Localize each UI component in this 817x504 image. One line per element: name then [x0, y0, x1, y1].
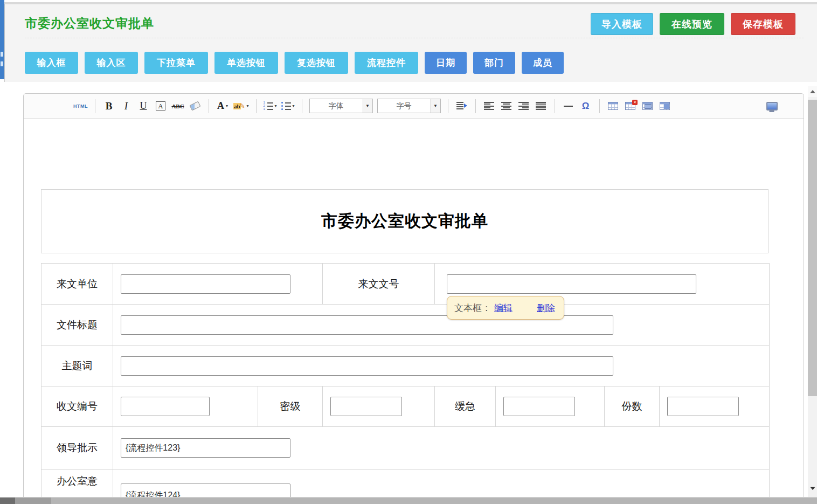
ordered-list-icon[interactable]: 1 2 3 ▾ — [264, 99, 277, 114]
horizontal-scrollbar-thumb[interactable] — [15, 498, 51, 504]
scroll-down-button[interactable] — [808, 483, 817, 494]
table-row: 领导批示 — [41, 427, 770, 470]
toolbar-separator — [555, 99, 555, 113]
cell-keywords — [113, 346, 769, 386]
label-copies: 份数 — [605, 386, 660, 426]
char-border-icon[interactable]: A — [154, 99, 167, 114]
align-justify-icon[interactable] — [535, 99, 548, 114]
leader-note-input[interactable] — [121, 438, 290, 458]
toolbar-separator — [209, 99, 209, 113]
fullscreen-monitor-icon[interactable] — [765, 99, 778, 114]
cell-urgency — [496, 386, 605, 426]
widget-input-box-button[interactable]: 输入框 — [25, 52, 78, 74]
toolbar-separator — [448, 99, 448, 113]
keywords-input[interactable] — [121, 356, 613, 376]
richtext-editor-panel: HTML B I U A ABC A▾ ab✎▾ 1 2 3 ▾ ▾ 字体▼ 字… — [23, 93, 804, 504]
align-right-icon[interactable] — [517, 99, 530, 114]
delete-table-icon[interactable] — [624, 99, 637, 114]
urgency-input[interactable] — [503, 397, 575, 416]
font-size-select[interactable]: 字号▼ — [377, 99, 441, 113]
chevron-down-icon[interactable]: ▼ — [431, 99, 440, 113]
widget-buttons-row: 输入框 输入区 下拉菜单 单选按钮 复选按钮 流程控件 日期 部门 成员 — [25, 52, 564, 74]
special-character-icon[interactable]: Ω — [579, 99, 592, 114]
insert-table-icon[interactable] — [607, 99, 620, 114]
table-row: 收文编号 密级 缓急 份数 — [41, 386, 770, 427]
page-title: 市委办公室收文审批单 — [25, 15, 154, 32]
table-row: 主题词 — [41, 346, 770, 386]
horizontal-rule-icon[interactable] — [562, 99, 575, 114]
cell-receipt-no — [113, 386, 258, 426]
align-left-icon[interactable] — [483, 99, 496, 114]
widget-department-button[interactable]: 部门 — [473, 52, 515, 74]
online-preview-button[interactable]: 在线预览 — [660, 13, 724, 35]
table-row: 来文单位 来文文号 — [41, 264, 770, 305]
editor-content-area[interactable]: 市委办公室收文审批单 来文单位 来文文号 文件标题 主题词 — [24, 119, 804, 504]
cell-secrecy — [323, 386, 435, 426]
label-doc-title: 文件标题 — [41, 305, 113, 345]
indent-icon[interactable] — [455, 99, 468, 114]
form-table: 来文单位 来文文号 文件标题 主题词 — [41, 263, 770, 504]
unordered-list-icon[interactable]: ▾ — [281, 99, 295, 114]
scroll-up-button[interactable] — [808, 86, 817, 97]
horizontal-scrollbar[interactable] — [0, 497, 817, 504]
label-receipt-no: 收文编号 — [41, 386, 113, 426]
label-keywords: 主题词 — [41, 346, 113, 386]
label-source-no: 来文文号 — [323, 264, 435, 304]
horizontal-scroll-left-button[interactable] — [0, 498, 15, 504]
form-title-cell: 市委办公室收文审批单 — [41, 189, 768, 253]
copies-input[interactable] — [667, 397, 739, 416]
chevron-down-icon[interactable]: ▼ — [363, 99, 372, 113]
italic-icon[interactable]: I — [120, 99, 133, 114]
tooltip-delete-link[interactable]: 删除 — [537, 302, 555, 314]
text-color-icon[interactable]: A▾ — [216, 99, 229, 114]
remove-format-eraser-icon[interactable] — [189, 99, 202, 114]
toolbar-separator — [95, 99, 95, 113]
toolbar-separator — [475, 99, 476, 113]
secrecy-input[interactable] — [330, 397, 402, 416]
table-row: 文件标题 — [41, 305, 770, 346]
label-source-unit: 来文单位 — [41, 264, 113, 304]
receipt-no-input[interactable] — [121, 397, 210, 416]
cell-properties-icon[interactable] — [659, 99, 671, 114]
vertical-scrollbar[interactable] — [808, 86, 817, 497]
label-leader-note: 领导批示 — [41, 427, 113, 469]
tooltip-type-label: 文本框： — [454, 302, 491, 314]
underline-icon[interactable]: U — [137, 99, 150, 114]
source-unit-input[interactable] — [121, 274, 290, 294]
widget-date-button[interactable]: 日期 — [425, 52, 467, 74]
toolbar-separator — [302, 99, 302, 113]
cell-copies — [660, 386, 769, 426]
collapsed-sidebar-edge[interactable] — [0, 0, 4, 79]
label-secrecy: 密级 — [258, 386, 323, 426]
bold-icon[interactable]: B — [102, 99, 115, 114]
widget-dropdown-button[interactable]: 下拉菜单 — [144, 52, 208, 74]
header-divider — [25, 38, 804, 38]
header-actions: 导入模板 在线预览 保存模板 — [591, 13, 795, 35]
form-title: 市委办公室收文审批单 — [321, 210, 488, 232]
strikethrough-icon[interactable]: ABC — [171, 99, 184, 114]
save-template-button[interactable]: 保存模板 — [731, 13, 795, 35]
cell-doc-title — [113, 305, 769, 345]
html-source-icon[interactable]: HTML — [73, 99, 88, 114]
toolbar-separator — [256, 99, 257, 113]
cell-source-unit — [113, 264, 323, 304]
widget-textarea-button[interactable]: 输入区 — [85, 52, 138, 74]
header-panel: 市委办公室收文审批单 导入模板 在线预览 保存模板 输入框 输入区 下拉菜单 单… — [4, 4, 817, 82]
tooltip-edit-link[interactable]: 编辑 — [494, 302, 513, 314]
highlight-color-icon[interactable]: ab✎▾ — [233, 99, 249, 114]
import-template-button[interactable]: 导入模板 — [591, 13, 653, 35]
label-urgency: 缓急 — [435, 386, 496, 426]
align-center-icon[interactable] — [500, 99, 513, 114]
scrollbar-thumb[interactable] — [808, 100, 817, 396]
widget-radio-button[interactable]: 单选按钮 — [214, 52, 278, 74]
control-tooltip: 文本框： 编辑 删除 — [447, 296, 564, 320]
cell-leader-note — [113, 427, 769, 469]
widget-checkbox-button[interactable]: 复选按钮 — [285, 52, 348, 74]
table-properties-icon[interactable] — [641, 99, 654, 114]
source-no-input[interactable] — [447, 274, 696, 294]
font-family-select[interactable]: 字体▼ — [309, 99, 373, 113]
widget-flow-control-button[interactable]: 流程控件 — [355, 52, 418, 74]
editor-toolbar: HTML B I U A ABC A▾ ab✎▾ 1 2 3 ▾ ▾ 字体▼ 字… — [24, 94, 804, 119]
toolbar-separator — [599, 99, 600, 113]
widget-member-button[interactable]: 成员 — [522, 52, 564, 74]
